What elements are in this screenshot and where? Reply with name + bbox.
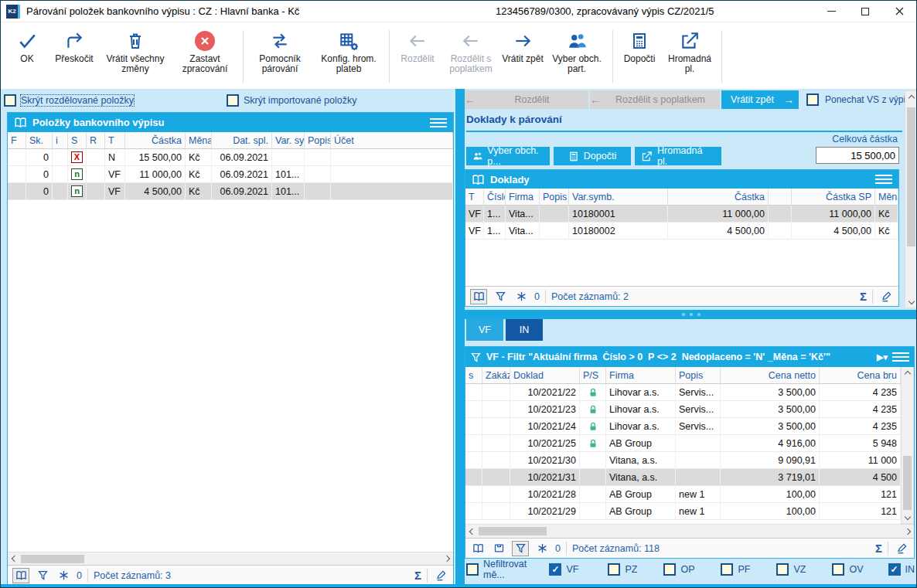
grid-menu-icon[interactable] [892,352,909,362]
invoices-vertical-scrollbar[interactable] [901,367,914,524]
table-row-selected[interactable]: 0 n VF 4 500,00Kč 06.09.2021101... [8,183,453,200]
col-header[interactable]: Částka SP [792,189,875,205]
grid-menu-icon[interactable] [875,175,892,184]
filter-in-checkbox[interactable] [888,563,901,576]
col-header[interactable]: R [87,132,105,148]
col-header[interactable]: F [8,132,26,148]
filter-icon[interactable] [493,289,508,304]
hide-split-items-checkbox[interactable] [4,94,16,107]
col-header[interactable]: Firma [606,367,676,383]
col-header[interactable]: s [465,367,482,383]
book-view-button[interactable] [12,568,29,583]
sum-button[interactable]: Σ [875,542,882,555]
snowflake-icon[interactable] [56,568,71,583]
filter-vz-checkbox[interactable] [776,563,789,576]
col-header[interactable]: Cena bru [820,367,901,383]
edit-pencil-button[interactable] [433,568,448,583]
filter-button-active[interactable] [512,541,529,556]
table-row-selected[interactable]: 10/2021/31 Vitana, a.s. 3 719,014 500 [465,469,901,486]
snowflake-icon[interactable] [534,541,550,556]
col-header[interactable]: Dat. spl. [212,132,272,148]
close-button[interactable] [882,1,916,22]
snowflake-icon[interactable] [513,289,529,304]
table-row[interactable]: 10/2021/29 AB Groupnew 1 100,00121 [465,503,901,520]
horizontal-splitter[interactable] [465,310,917,319]
bulk-payment-small-button[interactable]: Hromadná pl. [635,147,721,165]
bulk-payment-button[interactable]: Hromadná pl. [662,27,718,86]
scrollbar-thumb[interactable] [907,107,915,246]
book-view-button[interactable] [470,541,486,556]
col-header[interactable]: S [68,132,87,148]
hide-imported-items-checkbox[interactable] [227,94,239,107]
filter-bar[interactable]: VF - Filtr "Aktuální firma Číslo > 0 P <… [465,347,914,367]
col-header[interactable]: Cena netto [721,367,820,383]
compute-small-button[interactable]: Dopočti [554,147,631,165]
pick-partner-small-button[interactable]: Vyber obch. p... [466,147,550,165]
col-header[interactable]: Doklad [510,367,580,383]
minimize-button[interactable] [814,1,848,22]
grid-menu-icon[interactable] [430,118,447,127]
col-header[interactable]: Popis [540,189,569,205]
card-view-button[interactable] [491,541,506,556]
table-row[interactable]: 0 n VF 11 000,00Kč 06.09.2021101... [8,166,453,183]
maximize-button[interactable] [848,1,882,22]
revert-all-button[interactable]: Vrátit všechny změny [100,27,171,86]
scrollbar-thumb[interactable] [903,456,912,510]
filter-vf-checkbox[interactable] [549,563,561,576]
filter-pz-checkbox[interactable] [608,563,620,576]
keep-vs-checkbox[interactable] [806,93,819,106]
skip-button[interactable]: Přeskočit [49,27,100,86]
col-header[interactable]: i [53,132,68,148]
col-header[interactable]: Var. syn [272,132,305,148]
filter-icon[interactable] [35,568,50,583]
filter-pf-checkbox[interactable] [721,563,733,576]
no-currency-filter-checkbox[interactable] [466,563,479,576]
col-header[interactable]: Sk. [26,132,53,148]
tab-in[interactable]: IN [506,319,543,341]
undo-button[interactable]: Vrátit zpět [500,27,545,86]
table-row[interactable]: 10/2021/25 AB Group 4 916,005 948 [465,435,901,452]
filter-ov-checkbox[interactable] [832,563,844,576]
col-header[interactable]: Měna [875,189,898,205]
play-filter-icon[interactable]: ▶▾ [877,352,888,362]
bulk-payments-config-button[interactable]: Konfig. hrom. plateb [312,27,385,86]
horizontal-scrollbar[interactable] [8,552,453,565]
sum-button[interactable]: Σ [414,569,421,582]
table-row[interactable]: 0 X N 15 500,00Kč 06.09.2021 [8,149,453,166]
edit-pencil-button[interactable] [894,541,909,556]
undo-pair-button[interactable]: Vrátit zpět → [721,90,799,109]
col-header[interactable]: Částka [668,189,769,205]
book-view-button[interactable] [470,289,487,304]
compute-button[interactable]: Dopočti [617,27,662,86]
col-header[interactable] [769,189,792,205]
col-header[interactable]: Částka [125,132,186,148]
col-header[interactable]: Zakázk: [482,367,510,383]
col-header[interactable]: Měna [186,132,212,148]
col-header[interactable]: Číslo [484,189,506,205]
col-header[interactable]: P/S [580,367,606,383]
table-row[interactable]: VF1... Vita... 101800024 500,00 4 500,00… [465,223,898,240]
col-header[interactable]: T [105,132,125,148]
col-header[interactable]: Firma [506,189,540,205]
col-header[interactable]: T [465,189,484,205]
scrollbar-thumb[interactable] [479,527,547,535]
table-row-selected[interactable]: VF1... Vita... 1018000111 000,00 11 000,… [465,206,898,223]
col-header[interactable]: Popis [676,367,721,383]
total-amount-input[interactable] [816,147,899,164]
pairing-helper-button[interactable]: Pomocník párování [247,27,312,86]
col-header[interactable]: Popis [305,132,331,148]
pick-partner-button[interactable]: Vyber obch. part. [545,27,608,86]
tab-vf[interactable]: VF [466,319,503,341]
section-vertical-scrollbar[interactable] [905,90,917,308]
table-row[interactable]: 10/2021/30 Vitana, a.s. 9 090,9111 000 [465,452,901,469]
scrollbar-thumb[interactable] [21,555,84,563]
vertical-splitter[interactable] [455,89,465,588]
filter-op-checkbox[interactable] [663,563,676,576]
table-row[interactable]: 10/2021/23 Lihovar a.s.Servis... 3 500,0… [465,401,901,418]
edit-pencil-button[interactable] [878,289,894,304]
table-row[interactable]: 10/2021/22 Lihovar a.s.Servis... 3 500,0… [465,384,901,401]
table-row[interactable]: 10/2021/24 Lihovar a.s.Servis... 3 500,0… [465,418,901,435]
col-header[interactable]: Účet [331,132,453,148]
stop-processing-button[interactable]: Zastavt zpracování [171,27,239,86]
ok-button[interactable]: OK [5,27,49,86]
